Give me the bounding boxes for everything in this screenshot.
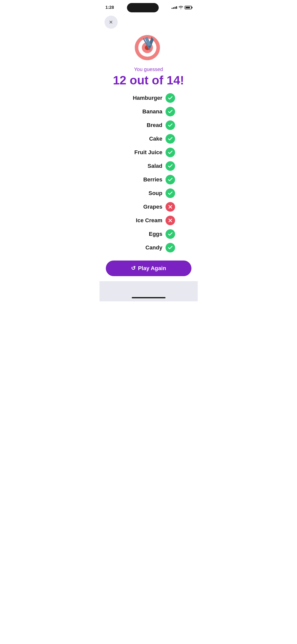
correct-icon: [166, 148, 175, 157]
signal-dots: [172, 6, 177, 9]
correct-icon: [166, 107, 175, 116]
you-guessed-label: You guessed: [100, 67, 198, 72]
wrong-icon: [166, 202, 175, 212]
play-again-section: ↺ Play Again: [100, 261, 198, 281]
correct-icon: [166, 243, 175, 252]
correct-icon: [166, 93, 175, 103]
target-icon-container: [100, 31, 198, 61]
correct-icon: [166, 188, 175, 198]
item-name: Banana: [122, 108, 162, 115]
item-name: Berries: [122, 176, 162, 183]
list-item: Fruit Juice: [110, 148, 188, 157]
list-item: Soup: [110, 188, 188, 198]
item-name: Salad: [122, 163, 162, 169]
score-text: 12 out of 14!: [100, 73, 198, 87]
home-indicator-area: [100, 281, 198, 301]
correct-icon: [166, 161, 175, 171]
list-item: Hamburger: [110, 93, 188, 103]
item-name: Bread: [122, 122, 162, 128]
item-name: Candy: [122, 244, 162, 251]
list-item: Berries: [110, 175, 188, 184]
list-item: Candy: [110, 243, 188, 252]
items-list: HamburgerBananaBreadCakeFruit JuiceSalad…: [100, 93, 198, 252]
battery-icon: [185, 6, 192, 9]
item-name: Fruit Juice: [122, 149, 162, 156]
replay-icon: ↺: [131, 265, 136, 272]
target-icon: [134, 31, 164, 61]
home-indicator: [132, 297, 166, 298]
status-icons: [172, 6, 192, 10]
list-item: Ice Cream: [110, 216, 188, 225]
list-item: Salad: [110, 161, 188, 171]
correct-icon: [166, 134, 175, 144]
signal-dot-1: [172, 8, 173, 9]
list-item: Banana: [110, 107, 188, 116]
status-time: 1:28: [106, 5, 114, 10]
signal-dot-4: [176, 6, 177, 9]
item-name: Eggs: [122, 231, 162, 237]
wrong-icon: [166, 216, 175, 225]
correct-icon: [166, 120, 175, 130]
list-item: Bread: [110, 120, 188, 130]
correct-icon: [166, 175, 175, 184]
item-name: Grapes: [122, 204, 162, 210]
status-bar: 1:28: [100, 0, 198, 14]
close-button[interactable]: ✕: [105, 16, 118, 29]
signal-dot-3: [175, 7, 176, 9]
score-section: You guessed 12 out of 14!: [100, 67, 198, 87]
signal-dot-2: [173, 7, 174, 9]
dynamic-island: [127, 3, 159, 12]
play-again-label: Play Again: [138, 265, 166, 272]
wifi-icon: [179, 6, 183, 10]
list-item: Eggs: [110, 229, 188, 239]
item-name: Hamburger: [122, 95, 162, 101]
item-name: Soup: [122, 190, 162, 197]
item-name: Ice Cream: [122, 217, 162, 224]
list-item: Grapes: [110, 202, 188, 212]
svg-line-7: [149, 48, 150, 50]
correct-icon: [166, 229, 175, 239]
item-name: Cake: [122, 136, 162, 142]
play-again-button[interactable]: ↺ Play Again: [106, 261, 191, 276]
list-item: Cake: [110, 134, 188, 144]
